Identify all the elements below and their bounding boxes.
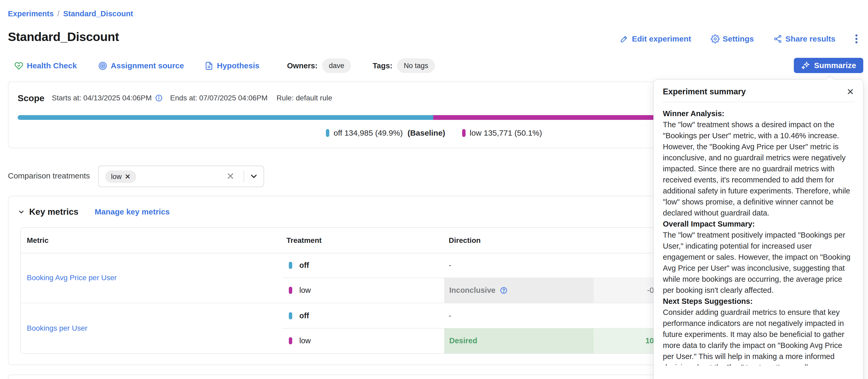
summary-section-winner-analysis: Winner Analysis: The "low" treatment sho… <box>663 108 854 218</box>
document-icon <box>205 62 213 70</box>
hypothesis-link[interactable]: Hypothesis <box>205 61 259 70</box>
pencil-icon <box>620 34 629 43</box>
page-title: Standard_Discount <box>8 29 119 44</box>
breadcrumb-experiments-link[interactable]: Experiments <box>8 9 54 18</box>
comparison-treatments-select[interactable]: low ✕ ✕ <box>98 166 264 187</box>
select-divider <box>244 170 244 182</box>
settings-button[interactable]: Settings <box>711 34 754 43</box>
health-check-label: Health Check <box>27 61 77 70</box>
treatment-name: low <box>299 278 311 303</box>
col-header-treatment: Treatment <box>286 228 322 253</box>
low-swatch <box>289 287 292 294</box>
breadcrumb-separator: / <box>57 9 59 18</box>
col-header-direction: Direction <box>449 228 480 253</box>
treatment-chip-label: low <box>111 173 122 181</box>
legend-item-off: off 134,985 (49.9%) (Baseline) <box>326 129 445 137</box>
col-header-metric: Metric <box>27 228 49 253</box>
direction-value: - <box>449 303 452 328</box>
owners-label: Owners: <box>287 62 317 70</box>
more-options-button[interactable] <box>855 34 858 44</box>
summarize-label: Summarize <box>814 61 856 70</box>
owner-chip: dave <box>322 59 351 73</box>
treatment-name: low <box>299 328 311 353</box>
summary-section-next-steps: Next Steps Suggestions: Consider adding … <box>663 296 854 366</box>
allocation-segment-off <box>18 115 433 120</box>
treatment-name: off <box>299 253 309 278</box>
direction-value: Desired <box>449 337 477 345</box>
chip-remove-icon[interactable]: ✕ <box>125 173 131 181</box>
key-metrics-header: Key metrics Manage key metrics <box>18 207 169 217</box>
comparison-treatments-label: Comparison treatments <box>8 171 90 180</box>
off-swatch <box>326 129 329 137</box>
collapse-chevron-icon[interactable] <box>18 208 25 215</box>
settings-label: Settings <box>723 34 754 43</box>
direction-value: Inconclusive <box>449 286 496 295</box>
edit-experiment-label: Edit experiment <box>632 34 691 43</box>
panel-header: Experiment summary ✕ <box>654 80 863 102</box>
tags-label: Tags: <box>373 62 393 70</box>
gear-icon <box>711 34 720 43</box>
legend-baseline-tag: (Baseline) <box>407 129 445 137</box>
scope-starts-at: Starts at: 04/13/2025 04:06PM <box>52 94 152 102</box>
hypothesis-label: Hypothesis <box>217 61 259 70</box>
off-swatch <box>289 312 292 319</box>
manage-key-metrics-link[interactable]: Manage key metrics <box>95 207 169 216</box>
target-icon <box>98 62 107 70</box>
legend-off-label: off 134,985 (49.9%) <box>334 129 403 137</box>
section-heading: Overall Impact Summary: <box>663 218 854 230</box>
direction-cell-desired: Desired <box>444 328 594 353</box>
tags-chip: No tags <box>397 59 435 73</box>
header-actions: Edit experiment Settings Share results <box>620 34 858 44</box>
legend-item-low: low 135,771 (50.1%) <box>462 129 542 137</box>
assignment-source-link[interactable]: Assignment source <box>98 61 184 70</box>
edit-experiment-button[interactable]: Edit experiment <box>620 34 691 43</box>
off-swatch <box>289 262 292 269</box>
section-heading: Winner Analysis: <box>663 108 854 119</box>
summary-section-overall-impact: Overall Impact Summary: The "low" treatm… <box>663 218 854 296</box>
scope-ends-at: Ends at: 07/07/2025 04:06PM <box>170 94 268 102</box>
treatment-chip-low[interactable]: low ✕ <box>105 171 136 183</box>
summarize-button[interactable]: Summarize <box>794 58 863 73</box>
share-icon <box>773 34 782 43</box>
share-results-label: Share results <box>785 34 835 43</box>
sparkles-icon <box>801 61 810 70</box>
health-check-link[interactable]: Health Check <box>14 61 77 70</box>
direction-value: - <box>449 253 452 278</box>
kebab-icon <box>855 34 858 44</box>
legend-low-label: low 135,771 (50.1%) <box>470 129 542 137</box>
experiment-meta-row: Health Check Assignment source Hypothesi… <box>14 58 435 73</box>
low-swatch <box>289 337 292 344</box>
scope-rule: Rule: default rule <box>276 94 332 102</box>
chevron-down-icon[interactable] <box>250 172 258 180</box>
panel-title: Experiment summary <box>663 87 746 97</box>
heart-check-icon <box>14 62 23 70</box>
scope-title: Scope <box>18 93 44 103</box>
close-icon[interactable]: ✕ <box>847 87 854 96</box>
assignment-source-label: Assignment source <box>111 61 184 70</box>
breadcrumb-current[interactable]: Standard_Discount <box>63 9 133 18</box>
info-icon[interactable] <box>155 94 163 102</box>
section-body: Consider adding guardrail metrics to ens… <box>663 307 854 366</box>
section-body: The "low" treatment shows a desired impa… <box>663 119 854 218</box>
select-clear-icon[interactable]: ✕ <box>226 166 235 186</box>
breadcrumb: Experiments / Standard_Discount <box>8 9 133 18</box>
treatment-name: off <box>299 303 309 328</box>
key-metrics-title: Key metrics <box>29 207 79 217</box>
experiment-summary-panel: Experiment summary ✕ Winner Analysis: Th… <box>653 79 864 379</box>
section-heading: Next Steps Suggestions: <box>663 296 854 307</box>
panel-body: Winner Analysis: The "low" treatment sho… <box>654 102 863 366</box>
share-results-button[interactable]: Share results <box>773 34 835 43</box>
low-swatch <box>462 129 466 137</box>
direction-cell-inconclusive: Inconclusive <box>444 278 594 303</box>
question-circle-icon[interactable] <box>500 286 508 295</box>
section-body: The "low" treatment positively impacted … <box>663 230 854 296</box>
